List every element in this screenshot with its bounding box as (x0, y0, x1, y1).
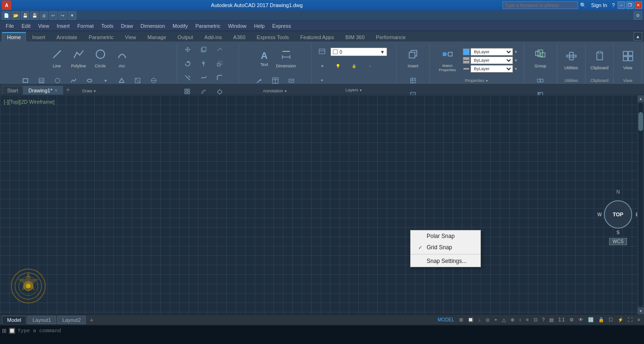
anno-visibility[interactable]: 👁 (577, 315, 585, 325)
qa-redo-button[interactable]: ↪ (58, 11, 67, 20)
layer-props-button[interactable] (314, 45, 330, 58)
view-button[interactable]: View (618, 45, 638, 75)
copy-button[interactable] (196, 43, 211, 57)
scroll-down-button[interactable]: ▼ (637, 308, 644, 314)
polyline-button[interactable]: Polyline (68, 43, 89, 74)
draw-small-6[interactable] (98, 74, 113, 88)
menu-express[interactable]: Express (268, 21, 295, 31)
ctx-grid-snap[interactable]: ✓ Grid Snap (411, 242, 480, 253)
minimize-button[interactable]: − (618, 1, 625, 9)
draw-group-label[interactable]: Draw (83, 88, 97, 94)
clean-screen[interactable]: ⛶ (626, 315, 635, 325)
extend-button[interactable] (196, 72, 211, 85)
menu-draw[interactable]: Draw (117, 21, 137, 31)
model-status-button[interactable]: MODEL (436, 315, 456, 325)
isolate-button[interactable]: ☐ (607, 315, 615, 325)
linetype-dropdown[interactable]: ByLayer (471, 57, 513, 64)
tab-output[interactable]: Output (173, 32, 198, 41)
ribbon-collapse-button[interactable]: ▲ (634, 32, 642, 41)
otrack-button[interactable]: △ (500, 315, 508, 325)
tab-home[interactable]: Home (2, 32, 26, 41)
scroll-thumb[interactable] (638, 112, 643, 131)
ducs-button[interactable]: ⊕ (509, 315, 516, 325)
sc-button[interactable]: ▤ (547, 315, 555, 325)
cmd-icon-2[interactable]: 🔲 (8, 328, 16, 334)
layer-lock-button[interactable]: 🔒 (347, 59, 362, 73)
qa-new-button[interactable]: 📄 (2, 11, 10, 20)
annotation-small3[interactable] (284, 74, 299, 88)
command-input[interactable] (17, 328, 642, 334)
utilities-button[interactable]: Utilities (561, 45, 582, 75)
layer-off-button[interactable]: 💡 (330, 59, 346, 73)
menu-help[interactable]: Help (250, 21, 269, 31)
group-button[interactable]: Group (530, 43, 551, 74)
leader-button[interactable] (252, 74, 267, 88)
dimension-button[interactable]: Dimension (276, 43, 297, 74)
menu-edit[interactable]: Edit (18, 21, 34, 31)
menu-parametric[interactable]: Parametric (191, 21, 224, 31)
tab-expresstools[interactable]: Express Tools (252, 32, 294, 41)
qp-button[interactable]: ? (540, 315, 547, 325)
osnap-button[interactable]: ⌖ (493, 315, 499, 325)
mirror-button[interactable] (196, 57, 211, 71)
layer-match-button[interactable]: ≡ (314, 74, 330, 87)
draw-small-7[interactable] (114, 74, 129, 88)
annotation-scale[interactable]: 1:1 (556, 315, 567, 325)
table-button[interactable] (268, 74, 283, 88)
menu-window[interactable]: Window (224, 21, 250, 31)
qa-dropdown-button[interactable]: ▼ (68, 11, 76, 20)
doc-tab-drawing1[interactable]: Drawing1* ✕ (23, 86, 63, 95)
ortho-button[interactable]: ⟂ (476, 315, 483, 325)
qa-open-button[interactable]: 📂 (11, 11, 20, 20)
tab-performance[interactable]: Performance (371, 32, 411, 41)
lw-button[interactable]: ≡ (524, 315, 531, 325)
lineweight-dropdown[interactable]: ByLayer (471, 65, 513, 73)
tab-manage[interactable]: Manage (142, 32, 172, 41)
scroll-up-button[interactable]: ▲ (637, 95, 644, 102)
menu-modify[interactable]: Modify (169, 21, 191, 31)
doc-tab-start[interactable]: Start (2, 86, 23, 95)
tab-insert[interactable]: Insert (27, 32, 50, 41)
insert-button[interactable]: Insert (403, 43, 423, 74)
layers-group-label[interactable]: Layers (346, 87, 363, 93)
line-button[interactable]: Line (47, 43, 67, 74)
move-button[interactable] (180, 43, 195, 57)
close-button[interactable]: ✕ (635, 1, 642, 9)
match-properties-button[interactable]: Match Properties (436, 45, 459, 75)
ctx-polar-snap[interactable]: Polar Snap (411, 230, 480, 242)
info-icon[interactable]: ? (612, 2, 615, 8)
doc-tab-add[interactable]: + (63, 84, 73, 95)
menu-insert[interactable]: Insert (53, 21, 74, 31)
layer-dropdown[interactable]: 0 ▼ (330, 48, 387, 56)
sign-in-label[interactable]: Sign In (591, 2, 607, 8)
custom-button[interactable]: ≡ (636, 315, 642, 325)
layout-tab-add[interactable]: + (87, 315, 96, 325)
grid-button[interactable]: ⊞ (457, 315, 465, 325)
wcs-label[interactable]: WCS (609, 238, 627, 245)
canvas-area[interactable]: [-][Top][2D Wireframe] N TOP W E S WCS (0, 95, 644, 314)
circle-button[interactable]: Circle (90, 43, 111, 74)
tab-addins[interactable]: Add-ins (199, 32, 227, 41)
layer-prev-button[interactable]: ← (363, 59, 378, 73)
title-search-input[interactable] (503, 1, 578, 9)
layout-tab-layout1[interactable]: Layout1 (27, 316, 56, 324)
text-button[interactable]: A Text (254, 43, 275, 74)
draw-small-9[interactable] (146, 74, 161, 88)
qa-saveas-button[interactable]: 💾 (30, 11, 39, 20)
create-block-button[interactable] (405, 74, 421, 88)
arc-button[interactable]: Arc (112, 43, 132, 74)
color-dropdown[interactable]: ByLayer (471, 48, 513, 56)
menu-view[interactable]: View (34, 21, 53, 31)
scroll-track[interactable] (638, 103, 643, 307)
ctx-snap-settings[interactable]: Snap Settings... (411, 255, 480, 267)
tab-annotate[interactable]: Annotate (51, 32, 83, 41)
autoscale-button[interactable]: 🔢 (586, 315, 595, 325)
dyn-button[interactable]: ↕ (517, 315, 523, 325)
fillet-button[interactable] (212, 72, 227, 85)
restore-button[interactable]: ❐ (626, 1, 634, 9)
draw-small-8[interactable] (130, 74, 145, 88)
layout-tab-layout2[interactable]: Layout2 (57, 316, 86, 324)
tab-a360[interactable]: A360 (228, 32, 251, 41)
rotate-button[interactable] (180, 57, 195, 71)
ungroup-button[interactable] (533, 74, 548, 88)
